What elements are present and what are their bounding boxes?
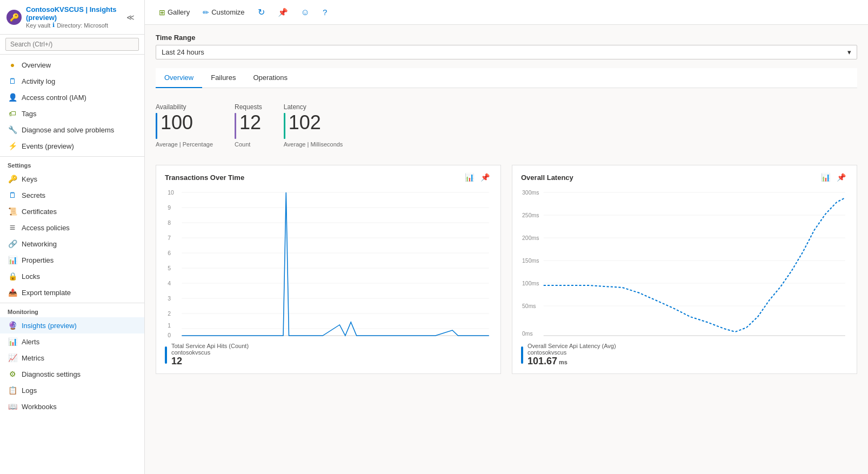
logs-icon: 📋 (8, 385, 17, 395)
svg-text:50ms: 50ms (522, 303, 536, 309)
gallery-button[interactable]: ⊞ Gallery (153, 5, 195, 19)
sidebar-item-certificates[interactable]: 📜 Certificates (0, 203, 144, 219)
toolbar: ⊞ Gallery ✏ Customize ↻ 📌 ☺ ? (145, 0, 868, 25)
monitoring-section-title: Monitoring (0, 303, 144, 317)
latency-chart-actions: 📊 📌 (819, 172, 848, 183)
sidebar-item-locks[interactable]: 🔒 Locks (0, 268, 144, 284)
transactions-chart-title: Transactions Over Time (165, 173, 244, 182)
svg-text:150ms: 150ms (522, 258, 539, 264)
latency-value: 102 (289, 113, 321, 132)
availability-value-row: 100 (156, 113, 213, 139)
sidebar-item-workbooks[interactable]: 📖 Workbooks (0, 398, 144, 415)
latency-chart-header: Overall Latency 📊 📌 (521, 172, 848, 183)
activity-log-icon: 🗒 (8, 76, 17, 86)
latency-chart-title: Overall Latency (521, 173, 573, 182)
sidebar-item-properties[interactable]: 📊 Properties (0, 252, 144, 268)
svg-text:9: 9 (168, 205, 171, 211)
latency-legend-info: Overall Service Api Latency (Avg) contos… (528, 343, 616, 367)
transactions-pin-button[interactable]: 📌 (478, 172, 492, 183)
smiley-icon: ☺ (301, 8, 310, 17)
feedback-button[interactable]: ☺ (296, 5, 315, 20)
title-block: ContosoKVSCUS | Insights (preview) Key v… (26, 5, 119, 29)
sidebar-item-logs[interactable]: 📋 Logs (0, 382, 144, 398)
sidebar-item-access-policies[interactable]: ≡ Access policies (0, 219, 144, 236)
latency-sub: Average | Milliseconds (284, 141, 343, 148)
sidebar-item-overview[interactable]: ● Overview (0, 57, 144, 73)
svg-text:200ms: 200ms (522, 235, 539, 241)
svg-text:300ms: 300ms (522, 190, 539, 196)
refresh-icon: ↻ (258, 7, 265, 17)
secrets-icon: 🗒 (8, 190, 17, 200)
sidebar-item-events[interactable]: ⚡ Events (preview) (0, 138, 144, 154)
svg-text:1: 1 (168, 323, 171, 329)
availability-bar (156, 113, 157, 139)
sidebar-item-networking[interactable]: 🔗 Networking (0, 236, 144, 252)
requests-sub: Count (235, 141, 262, 148)
requests-label: Requests (235, 103, 262, 111)
tab-overview[interactable]: Overview (156, 68, 202, 88)
sidebar-header: 🔑 ContosoKVSCUS | Insights (preview) Key… (0, 0, 144, 35)
requests-bar (235, 113, 236, 139)
pin-button[interactable]: 📌 (272, 5, 293, 20)
latency-bar (284, 113, 285, 139)
sidebar-item-activity-log[interactable]: 🗒 Activity log (0, 73, 144, 89)
latency-legend: Overall Service Api Latency (Avg) contos… (521, 343, 848, 367)
latency-chart-card: Overall Latency 📊 📌 300ms 250m (512, 165, 857, 374)
transactions-legend-label: Total Service Api Hits (Count) (171, 343, 249, 349)
collapse-sidebar-button[interactable]: ≪ (123, 10, 138, 25)
tab-failures[interactable]: Failures (202, 68, 244, 88)
refresh-button[interactable]: ↻ (252, 4, 270, 20)
properties-icon: 📊 (8, 255, 17, 265)
time-range-section: Time Range Last 24 hours ▾ (156, 34, 857, 59)
metrics-icon: 📈 (8, 353, 17, 363)
time-range-dropdown[interactable]: Last 24 hours ▾ (156, 45, 857, 59)
sidebar-item-export-template[interactable]: 📤 Export template (0, 284, 144, 301)
latency-workbook-button[interactable]: 📊 (819, 172, 832, 183)
networking-icon: 🔗 (8, 239, 17, 249)
sidebar-item-diagnose[interactable]: 🔧 Diagnose and solve problems (0, 122, 144, 138)
sidebar-item-tags[interactable]: 🏷 Tags (0, 105, 144, 122)
main-content: ⊞ Gallery ✏ Customize ↻ 📌 ☺ ? Time Range… (145, 0, 868, 474)
transactions-legend: Total Service Api Hits (Count) contosokv… (165, 343, 492, 367)
workbook-icon: 📊 (465, 173, 474, 182)
help-icon: ? (323, 8, 327, 17)
transactions-legend-info: Total Service Api Hits (Count) contosokv… (171, 343, 249, 367)
transactions-workbook-button[interactable]: 📊 (463, 172, 476, 183)
latency-legend-sub: contosokvscus (528, 349, 616, 356)
time-range-label: Time Range (156, 34, 857, 42)
sidebar-item-insights[interactable]: 🔮 Insights (preview) (0, 317, 144, 333)
availability-value: 100 (161, 113, 193, 132)
alerts-icon: 📊 (8, 337, 17, 346)
svg-text:3: 3 (168, 296, 171, 302)
customize-icon: ✏ (203, 8, 209, 17)
search-input[interactable] (5, 38, 139, 51)
sidebar-item-metrics[interactable]: 📈 Metrics (0, 350, 144, 366)
svg-text:6: 6 (168, 250, 171, 256)
latency-pin-button[interactable]: 📌 (834, 172, 848, 183)
metrics-row: Availability 100 Average | Percentage Re… (156, 99, 857, 152)
sidebar-item-alerts[interactable]: 📊 Alerts (0, 333, 144, 350)
transactions-legend-sub: contosokvscus (171, 349, 249, 356)
latency-label: Latency (284, 103, 343, 111)
latency-legend-unit: ms (559, 359, 567, 365)
sidebar-item-diagnostic-settings[interactable]: ⚙ Diagnostic settings (0, 366, 144, 382)
tags-icon: 🏷 (8, 109, 17, 118)
pin-icon: 📌 (278, 8, 288, 17)
sidebar: 🔑 ContosoKVSCUS | Insights (preview) Key… (0, 0, 145, 474)
latency-legend-value: 101.67 ms (528, 356, 616, 367)
app-title: ContosoKVSCUS | Insights (preview) (26, 5, 119, 22)
content-area: Time Range Last 24 hours ▾ Overview Fail… (145, 25, 868, 474)
svg-text:5: 5 (168, 265, 171, 271)
svg-text:7: 7 (168, 235, 171, 241)
tab-operations[interactable]: Operations (244, 68, 296, 88)
help-button[interactable]: ? (317, 5, 332, 19)
customize-button[interactable]: ✏ Customize (197, 5, 250, 19)
transactions-chart-header: Transactions Over Time 📊 📌 (165, 172, 492, 183)
sidebar-item-keys[interactable]: 🔑 Keys (0, 171, 144, 187)
requests-value-row: 12 (235, 113, 262, 139)
svg-text:250ms: 250ms (522, 212, 539, 218)
latency-value-row: 102 (284, 113, 343, 139)
sidebar-item-access-control[interactable]: 👤 Access control (IAM) (0, 89, 144, 105)
sidebar-item-secrets[interactable]: 🗒 Secrets (0, 187, 144, 203)
app-subtitle: Key vault ℹ Directory: Microsoft (26, 22, 119, 29)
